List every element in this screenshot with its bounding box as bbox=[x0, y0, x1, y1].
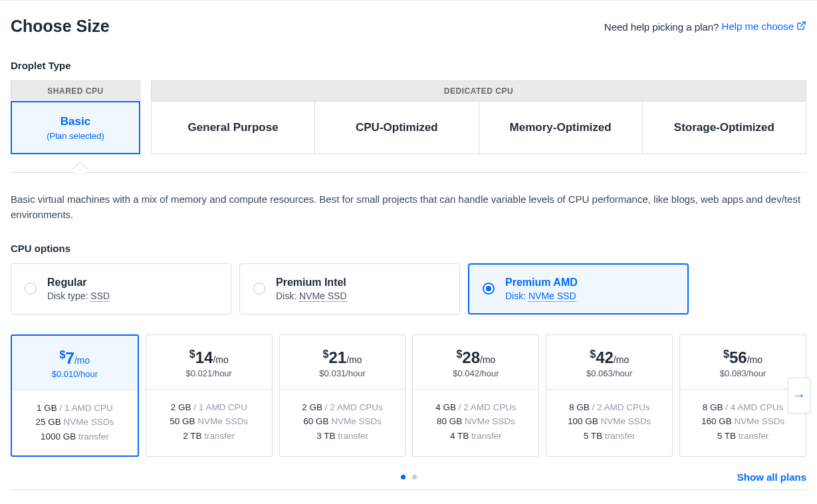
plan-specs: 8 GB / 2 AMD CPUs100 GB NVMe SSDs5 TB tr… bbox=[546, 390, 672, 455]
basic-plan-sub: (Plan selected) bbox=[47, 131, 104, 141]
basic-plan-title: Basic bbox=[60, 115, 90, 128]
plan-hourly: $0.083/hour bbox=[685, 368, 800, 378]
radio-icon bbox=[253, 283, 265, 295]
plan-specs: 2 GB / 1 AMD CPU50 GB NVMe SSDs2 TB tran… bbox=[146, 390, 272, 455]
plan-price: $7/mo bbox=[17, 349, 132, 368]
shared-cpu-header: SHARED CPU bbox=[11, 80, 140, 101]
plan-hourly: $0.010/hour bbox=[17, 369, 132, 379]
plan-pricing: $42/mo$0.063/hour bbox=[546, 335, 672, 390]
plan-price: $14/mo bbox=[152, 348, 267, 367]
tab-label: General Purpose bbox=[188, 121, 279, 134]
cpu-option-title: Premium AMD bbox=[505, 277, 578, 289]
tab-label: Memory-Optimized bbox=[510, 121, 612, 134]
radio-icon bbox=[483, 283, 495, 295]
plan-card-21[interactable]: $21/mo$0.031/hour2 GB / 2 AMD CPUs60 GB … bbox=[279, 334, 406, 457]
plan-pricing: $7/mo$0.010/hour bbox=[12, 336, 138, 390]
plan-specs: 2 GB / 2 AMD CPUs60 GB NVMe SSDs3 TB tra… bbox=[280, 390, 406, 455]
plan-card-7[interactable]: $7/mo$0.010/hour1 GB / 1 AMD CPU25 GB NV… bbox=[11, 334, 139, 457]
tab-label: Storage-Optimized bbox=[674, 121, 774, 134]
plan-card-28[interactable]: $28/mo$0.042/hour4 GB / 2 AMD CPUs80 GB … bbox=[412, 334, 539, 457]
plan-pricing: $21/mo$0.031/hour bbox=[280, 335, 406, 390]
cpu-option-title: Regular bbox=[47, 277, 110, 289]
help-link-label: Help me choose bbox=[722, 21, 794, 32]
next-plans-button[interactable]: → bbox=[788, 378, 810, 414]
cpu-option-regular[interactable]: RegularDisk type: SSD bbox=[11, 263, 231, 315]
plan-hourly: $0.042/hour bbox=[418, 368, 533, 378]
plan-card-42[interactable]: $42/mo$0.063/hour8 GB / 2 AMD CPUs100 GB… bbox=[546, 334, 673, 457]
plan-hourly: $0.031/hour bbox=[285, 368, 400, 378]
pager-dot-1[interactable] bbox=[401, 475, 406, 479]
help-text: Need help picking a plan? Help me choose bbox=[604, 21, 806, 33]
plan-pricing: $56/mo$0.083/hour bbox=[680, 335, 806, 390]
tab-label: CPU-Optimized bbox=[356, 121, 438, 134]
plan-specs: 8 GB / 4 AMD CPUs160 GB NVMe SSDs5 TB tr… bbox=[680, 390, 806, 455]
plan-specs: 1 GB / 1 AMD CPU25 GB NVMe SSDs1000 GB t… bbox=[12, 390, 138, 456]
plan-pricing: $14/mo$0.021/hour bbox=[146, 335, 272, 390]
plan-hourly: $0.063/hour bbox=[552, 368, 667, 378]
plan-hourly: $0.021/hour bbox=[152, 368, 267, 378]
arrow-right-icon: → bbox=[792, 388, 806, 403]
plan-card-14[interactable]: $14/mo$0.021/hour2 GB / 1 AMD CPU50 GB N… bbox=[146, 334, 273, 457]
plan-pricing: $28/mo$0.042/hour bbox=[413, 335, 538, 390]
memory-optimized-tab[interactable]: Memory-Optimized bbox=[479, 101, 643, 154]
plan-description: Basic virtual machines with a mix of mem… bbox=[11, 191, 806, 223]
external-link-icon bbox=[796, 21, 806, 33]
help-prefix: Need help picking a plan? bbox=[604, 21, 722, 32]
plan-price: $56/mo bbox=[685, 348, 800, 367]
dedicated-cpu-header: DEDICATED CPU bbox=[151, 80, 806, 101]
radio-icon bbox=[25, 283, 37, 295]
cpu-option-sub: Disk: NVMe SSD bbox=[505, 291, 578, 301]
tab-indicator-line bbox=[11, 164, 806, 173]
page-title: Choose Size bbox=[11, 17, 110, 36]
cpu-option-premium-intel[interactable]: Premium IntelDisk: NVMe SSD bbox=[239, 263, 460, 315]
help-me-choose-link[interactable]: Help me choose bbox=[722, 21, 806, 33]
storage-optimized-tab[interactable]: Storage-Optimized bbox=[643, 101, 806, 154]
plan-price: $42/mo bbox=[552, 348, 667, 367]
cpu-option-title: Premium Intel bbox=[276, 277, 347, 289]
pager-dot-2[interactable] bbox=[412, 475, 417, 479]
basic-plan-tab[interactable]: Basic (Plan selected) bbox=[11, 101, 140, 154]
cpu-option-sub: Disk type: SSD bbox=[47, 291, 110, 301]
cpu-option-premium-amd[interactable]: Premium AMDDisk: NVMe SSD bbox=[468, 263, 689, 315]
pager-dots bbox=[401, 475, 417, 479]
show-all-plans-link[interactable]: Show all plans bbox=[737, 471, 806, 483]
plan-price: $21/mo bbox=[285, 348, 400, 367]
droplet-type-label: Droplet Type bbox=[11, 60, 806, 71]
cpu-option-sub: Disk: NVMe SSD bbox=[276, 291, 347, 301]
cpu-options-label: CPU options bbox=[11, 243, 806, 254]
svg-line-0 bbox=[800, 21, 805, 26]
plan-price: $28/mo bbox=[418, 348, 533, 367]
plan-specs: 4 GB / 2 AMD CPUs80 GB NVMe SSDs4 TB tra… bbox=[413, 390, 538, 455]
cpu-optimized-tab[interactable]: CPU-Optimized bbox=[315, 101, 479, 154]
general-purpose-tab[interactable]: General Purpose bbox=[151, 101, 315, 154]
